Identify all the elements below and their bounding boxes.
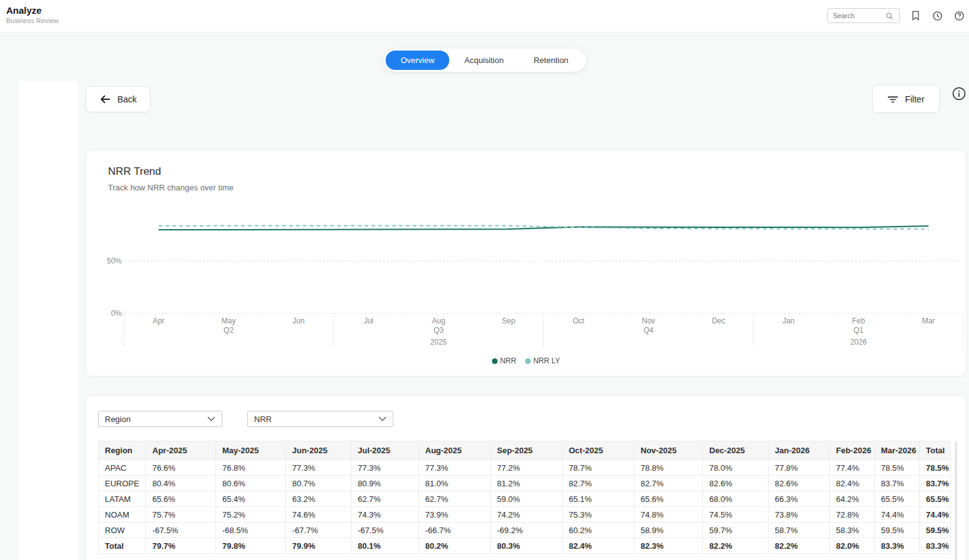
svg-text:2026: 2026 (850, 338, 867, 346)
metric-dropdown-value: NRR (254, 415, 272, 424)
column-header: Sep-2025 (491, 441, 563, 460)
legend-label: NRR (500, 356, 516, 365)
column-header: Region (99, 441, 146, 460)
app-title: Analyze (6, 5, 42, 16)
chart-title: NRR Trend (108, 165, 161, 178)
filter-button[interactable]: Filter (872, 85, 940, 113)
svg-text:Q2: Q2 (224, 326, 234, 335)
app-header: Analyze Business Review (0, 0, 969, 32)
search-box[interactable] (827, 8, 900, 23)
help-icon (954, 11, 965, 21)
table-row: Total79.7%79.8%79.9%80.1%80.2%80.3%82.4%… (99, 538, 951, 554)
search-icon (885, 12, 893, 20)
column-header: Jul-2025 (352, 441, 419, 460)
tab-acquisition[interactable]: Acquisition (450, 51, 519, 70)
table-header-row: RegionApr-2025May-2025Jun-2025Jul-2025Au… (99, 441, 951, 460)
column-header: Mar-2026 (875, 441, 920, 460)
nrr-trend-chart: 50%0%AprMayJunJulAugSepOctNovDecJanFebMa… (86, 204, 967, 350)
legend-dot (525, 358, 531, 364)
table-scrollbar[interactable] (955, 441, 957, 560)
svg-text:Jun: Jun (293, 317, 305, 325)
view-tabs: OverviewAcquisitionRetention (383, 49, 586, 72)
svg-text:2025: 2025 (430, 338, 447, 346)
info-button[interactable] (952, 86, 967, 101)
svg-text:50%: 50% (107, 257, 122, 265)
chevron-down-icon (207, 416, 215, 421)
svg-text:Mar: Mar (922, 317, 935, 325)
chart-subtitle: Track how NRR changes over time (108, 183, 234, 192)
legend-dot (492, 358, 498, 364)
bookmark-icon (911, 11, 920, 21)
nrr-table-card: Region NRR RegionApr-2025May-2025Jun-202… (86, 395, 967, 560)
svg-text:Jul: Jul (364, 317, 373, 325)
chevron-down-icon (378, 416, 386, 421)
column-header: Nov-2025 (634, 441, 703, 460)
history-button[interactable] (931, 9, 943, 22)
svg-text:Jan: Jan (782, 317, 794, 325)
chart-legend: NRRNRR LY (86, 356, 966, 365)
svg-text:Q3: Q3 (433, 326, 443, 335)
legend-label: NRR LY (533, 356, 560, 365)
table-row: ROW-67.5%-68.5%-67.7%-67.5%-66.7%-69.2%6… (99, 523, 951, 538)
svg-text:Aug: Aug (432, 317, 445, 325)
history-clock-icon (932, 11, 943, 21)
column-header: Oct-2025 (563, 441, 634, 460)
tab-retention[interactable]: Retention (519, 51, 584, 70)
bookmark-button[interactable] (909, 9, 922, 22)
legend-item-nrr[interactable]: NRR (492, 356, 516, 365)
svg-text:Apr: Apr (153, 317, 165, 325)
column-header: May-2025 (216, 441, 286, 460)
search-input[interactable] (833, 12, 885, 19)
svg-text:Dec: Dec (712, 317, 725, 325)
svg-text:Feb: Feb (852, 317, 865, 325)
left-panel (19, 81, 78, 560)
region-dropdown-value: Region (105, 415, 130, 424)
svg-text:Sep: Sep (502, 317, 516, 325)
svg-text:Q1: Q1 (853, 326, 863, 335)
column-header: Jun-2025 (286, 441, 352, 460)
app-subtitle: Business Review (6, 17, 59, 24)
column-header: Aug-2025 (419, 441, 491, 460)
column-header: Total (920, 441, 951, 460)
filter-label: Filter (905, 94, 924, 104)
column-header: Feb-2026 (830, 441, 875, 460)
info-icon (952, 86, 967, 101)
header-actions (827, 8, 965, 23)
svg-text:Oct: Oct (573, 317, 584, 325)
region-dropdown[interactable]: Region (98, 411, 222, 427)
svg-text:May: May (222, 317, 236, 325)
nrr-trend-card: NRR Trend Track how NRR changes over tim… (86, 150, 967, 376)
table-row: EUROPE80.4%80.6%80.7%80.9%81.0%81.2%82.7… (99, 476, 951, 491)
metric-dropdown[interactable]: NRR (247, 411, 393, 427)
column-header: Jan-2026 (769, 441, 830, 460)
table-row: NOAM75.7%75.2%74.6%74.3%73.9%74.2%75.3%7… (99, 507, 951, 523)
svg-text:Q4: Q4 (644, 326, 654, 335)
filter-icon (887, 94, 898, 104)
nrr-table-wrap: RegionApr-2025May-2025Jun-2025Jul-2025Au… (98, 441, 951, 554)
back-button[interactable]: Back (86, 86, 150, 112)
svg-text:0%: 0% (111, 309, 122, 318)
back-label: Back (117, 94, 137, 104)
back-arrow-icon (99, 94, 111, 105)
column-header: Apr-2025 (146, 441, 216, 460)
table-row: LATAM65.6%65.4%63.2%62.7%62.7%59.0%65.1%… (99, 491, 951, 507)
nrr-table: RegionApr-2025May-2025Jun-2025Jul-2025Au… (98, 441, 951, 554)
help-button[interactable] (953, 9, 965, 22)
column-header: Dec-2025 (703, 441, 769, 460)
svg-text:Nov: Nov (642, 317, 655, 325)
table-row: APAC76.6%76.8%77.3%77.3%77.3%77.2%78.7%7… (99, 460, 951, 476)
legend-item-nrr-ly[interactable]: NRR LY (525, 356, 560, 365)
tab-overview[interactable]: Overview (386, 51, 450, 70)
